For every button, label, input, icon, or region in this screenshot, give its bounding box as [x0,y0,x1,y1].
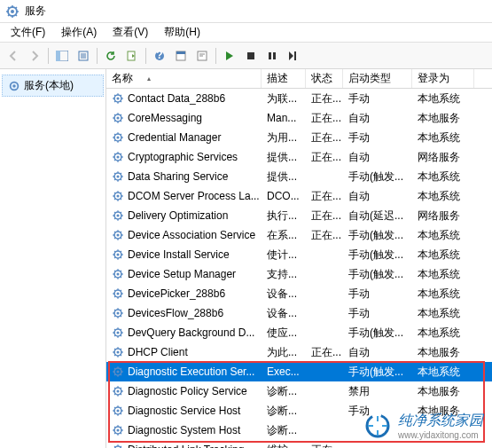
svg-text:?: ? [156,51,162,61]
pause-service-button[interactable] [262,46,282,66]
cell-status: 正在... [306,443,343,449]
cell-logon-as: 本地系统 [412,248,474,263]
forward-button[interactable] [25,46,44,66]
cell-start-type: 禁用 [343,384,412,399]
refresh-button[interactable] [101,46,121,66]
service-row[interactable]: Diagnostic Policy Service诊断...禁用本地服务 [106,381,492,401]
help-button[interactable]: ? [150,46,169,66]
cell-logon-as: 本地系统 [412,228,474,243]
action-button[interactable] [192,46,212,66]
service-row[interactable]: Data Sharing Service提供...手动(触发...本地系统 [106,167,492,186]
service-row[interactable]: Device Install Service使计...手动(触发...本地系统 [106,245,492,264]
services-app-icon [5,4,20,19]
cell-logon-as: 本地服务 [412,384,474,399]
cell-start-type: 自动 [343,345,412,360]
svg-point-24 [116,155,119,158]
service-name: Cryptographic Services [128,151,238,163]
service-row[interactable]: Distributed Link Tracking...维护...正在... [106,440,492,448]
export-list-button[interactable] [122,46,142,66]
service-name: Diagnostic Policy Service [128,385,247,397]
cell-start-type: 手动(触发... [343,365,412,380]
show-hide-tree-button[interactable] [52,46,72,66]
toolbar: ? [0,43,492,69]
cell-description: DCO... [262,190,306,202]
properties-button[interactable] [171,46,191,66]
service-row[interactable]: Device Setup Manager支持...手动(触发...本地系统 [106,264,492,284]
gear-icon [112,248,124,261]
svg-point-40 [116,311,119,314]
cell-description: 在系... [262,228,306,243]
gear-icon [112,346,124,358]
svg-point-42 [116,331,119,334]
service-name: Diagnostic System Host [128,424,240,436]
cell-logon-as: 本地系统 [412,91,474,106]
cell-status: 正在... [306,345,343,360]
column-header-description[interactable]: 描述 [262,69,306,88]
cell-name: Cryptographic Services [106,151,262,163]
service-row[interactable]: DevQuery Background D...使应...手动(触发...本地系… [106,323,492,342]
cell-name: DevQuery Background D... [106,326,262,339]
cell-name: Contact Data_288b6 [106,92,262,105]
back-button[interactable] [4,46,23,66]
cell-name: Data Sharing Service [106,170,262,183]
svg-rect-3 [56,51,60,61]
gear-icon [112,326,124,339]
start-service-button[interactable] [220,46,239,66]
menu-file[interactable]: 文件(F) [4,23,52,42]
cell-description: 设备... [262,306,306,321]
service-row[interactable]: Contact Data_288b6为联...正在...手动本地系统 [106,89,492,108]
svg-point-30 [116,214,119,216]
column-header-name[interactable]: 名称▴ [106,69,262,88]
service-row[interactable]: DevicePicker_288b6设备...手动本地系统 [106,284,492,303]
stop-service-button[interactable] [241,46,261,66]
cell-description: 提供... [262,169,306,185]
services-tree-icon [8,80,20,92]
service-row[interactable]: Credential Manager为用...正在...手动本地系统 [106,128,492,147]
cell-status: 正在... [306,189,343,204]
service-name: Contact Data_288b6 [128,92,225,105]
cell-status: 正在... [306,111,343,126]
service-row[interactable]: Diagnostic System Host诊断... [106,420,492,440]
menu-view[interactable]: 查看(V) [105,23,155,42]
gear-icon [112,190,124,202]
service-name: DevicesFlow_288b6 [128,307,223,319]
service-name: Device Association Service [128,229,255,241]
cell-start-type: 手动(触发... [343,326,412,341]
svg-point-16 [12,84,16,88]
cell-start-type: 自动 [343,150,412,165]
tree-node-services-local[interactable]: 服务(本地) [2,75,104,97]
service-row[interactable]: Diagnostic Service Host诊断...手动本地服务 [106,401,492,420]
menu-help[interactable]: 帮助(H) [157,23,207,42]
cell-start-type: 手动 [343,130,412,145]
gear-icon [112,170,124,183]
gear-icon [112,268,124,280]
cell-logon-as: 本地系统 [412,169,474,185]
cell-start-type: 手动(触发... [343,228,412,243]
toolbar-separator [97,48,98,64]
cell-name: Device Install Service [106,248,262,261]
service-row[interactable]: DevicesFlow_288b6设备...手动本地系统 [106,303,492,323]
service-row[interactable]: Device Association Service在系...正在...手动(触… [106,225,492,245]
cell-name: Device Association Service [106,229,262,241]
service-row[interactable]: Delivery Optimization执行...正在...自动(延迟...网… [106,206,492,225]
export-button[interactable] [74,46,93,66]
service-row[interactable]: Diagnostic Execution Ser...Exec...手动(触发.… [106,362,492,381]
menu-action[interactable]: 操作(A) [54,23,104,42]
service-name: Diagnostic Service Host [128,405,240,417]
column-header-status[interactable]: 状态 [306,69,343,88]
cell-name: DHCP Client [106,346,262,358]
service-row[interactable]: CoreMessagingMan...正在...自动本地服务 [106,108,492,128]
service-row[interactable]: DCOM Server Process La...DCO...正在...自动本地… [106,186,492,206]
cell-description: 维护... [262,443,306,449]
svg-point-34 [116,253,119,255]
cell-logon-as: 本地系统 [412,365,474,380]
cell-name: DevicePicker_288b6 [106,287,262,300]
restart-service-button[interactable] [284,46,303,66]
service-row[interactable]: Cryptographic Services提供...正在...自动网络服务 [106,147,492,167]
gear-icon [112,365,124,378]
service-row[interactable]: DHCP Client为此...正在...自动本地服务 [106,342,492,362]
service-name: DHCP Client [128,346,188,358]
column-header-start-type[interactable]: 启动类型 [343,69,412,88]
column-header-logon-as[interactable]: 登录为 [412,69,474,88]
service-name: DevQuery Background D... [128,326,254,339]
